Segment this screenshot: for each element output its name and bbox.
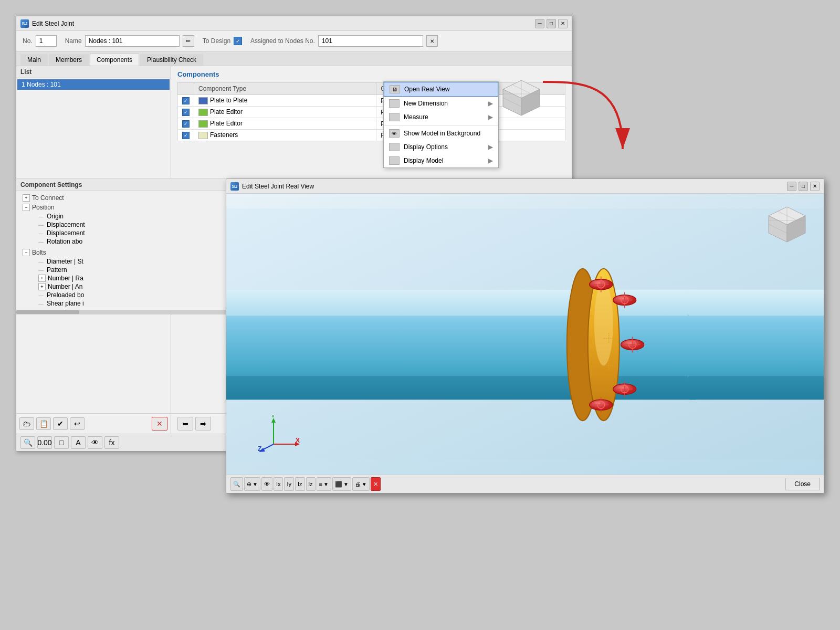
color-indicator bbox=[198, 132, 208, 139]
svg-text:X: X bbox=[296, 437, 300, 444]
bottom-btn-2[interactable]: 0.00 bbox=[37, 436, 52, 449]
rv-btn-eye[interactable]: 👁 bbox=[261, 477, 272, 491]
sidebar-btn-1[interactable]: 🗁 bbox=[19, 417, 34, 430]
ctx-measure-arrow: ▶ bbox=[488, 113, 493, 121]
ctx-display-options[interactable]: Display Options ▶ bbox=[384, 140, 498, 154]
assigned-input[interactable] bbox=[318, 35, 423, 47]
row-check[interactable]: ✓ bbox=[178, 130, 194, 141]
bottom-btn-3[interactable]: □ bbox=[54, 436, 69, 449]
cs-displacement-2: — Displacement bbox=[36, 229, 232, 237]
viewport-3d[interactable]: Y X Z bbox=[226, 194, 824, 475]
table-row[interactable]: ✓ Fasteners Fasteners 1 bbox=[178, 130, 565, 141]
cube-realview-icon[interactable] bbox=[766, 204, 808, 246]
cs-bolts[interactable]: − Bolts bbox=[20, 248, 232, 257]
rv-btn-move[interactable]: ⊕ ▼ bbox=[244, 477, 260, 491]
rv-btn-iz[interactable]: Iz bbox=[295, 477, 305, 491]
cs-bolts-expand[interactable]: − bbox=[23, 249, 30, 256]
bottom-btn-5[interactable]: 👁 bbox=[88, 436, 102, 449]
cs-rotation-label: Rotation abo bbox=[47, 238, 82, 245]
rv-btn-cancel[interactable]: ✕ bbox=[371, 477, 381, 491]
ctx-show-model[interactable]: 👁 Show Model in Background bbox=[384, 127, 498, 140]
ctx-show-model-icon: 👁 bbox=[389, 129, 400, 138]
cs-tree: + To Connect − Position — Origin — Displ… bbox=[16, 191, 236, 310]
list-item[interactable]: 1 Nodes : 101 bbox=[17, 79, 170, 90]
tab-components[interactable]: Components bbox=[90, 54, 139, 66]
tool-btn-2[interactable]: ➡ bbox=[195, 417, 211, 430]
main-title-bar: SJ Edit Steel Joint ─ □ ✕ bbox=[16, 16, 572, 31]
ctx-new-dimension[interactable]: New Dimension ▶ bbox=[384, 97, 498, 110]
no-field: No. bbox=[23, 35, 57, 47]
rv-btn-ix[interactable]: Ix bbox=[274, 477, 284, 491]
tab-plausibility[interactable]: Plausibility Check bbox=[140, 54, 203, 66]
bottom-btn-1[interactable]: 🔍 bbox=[20, 436, 35, 449]
tab-main[interactable]: Main bbox=[20, 54, 48, 66]
form-area: No. Name ✏ To Design ✓ Assigned to Nodes… bbox=[16, 31, 572, 51]
ctx-dimension-arrow: ▶ bbox=[488, 100, 493, 107]
rv-btn-lz[interactable]: lz bbox=[306, 477, 316, 491]
row-check[interactable]: ✓ bbox=[178, 95, 194, 107]
rv-minimize-button[interactable]: ─ bbox=[787, 182, 796, 191]
ctx-dimension-label: New Dimension bbox=[404, 100, 448, 107]
row-check[interactable]: ✓ bbox=[178, 118, 194, 130]
cs-diameter-label: Diameter | St bbox=[47, 258, 83, 265]
rv-btn-search[interactable]: 🔍 bbox=[230, 477, 243, 491]
ctx-display-options-icon bbox=[389, 143, 400, 151]
cs-position-expand[interactable]: − bbox=[23, 204, 30, 211]
col-type: Component Type bbox=[194, 83, 376, 95]
cs-number-ra-expand[interactable]: + bbox=[38, 275, 46, 282]
color-indicator bbox=[198, 97, 208, 104]
svg-point-17 bbox=[594, 282, 613, 366]
bottom-btn-4[interactable]: A bbox=[71, 436, 86, 449]
context-menu: 🖥 Open Real View New Dimension ▶ Measure… bbox=[383, 81, 499, 168]
cs-scrollbar[interactable] bbox=[16, 310, 236, 314]
no-input[interactable] bbox=[36, 35, 57, 47]
cs-rotation: — Rotation abo bbox=[36, 237, 232, 246]
rv-close-bottom-button[interactable]: Close bbox=[785, 478, 820, 490]
ctx-display-model-label: Display Model bbox=[404, 157, 443, 164]
minimize-button[interactable]: ─ bbox=[535, 19, 544, 28]
rv-maximize-button[interactable]: □ bbox=[799, 182, 808, 191]
ctx-measure[interactable]: Measure ▶ bbox=[384, 110, 498, 124]
tab-members[interactable]: Members bbox=[49, 54, 89, 66]
bottom-btn-6[interactable]: fx bbox=[104, 436, 119, 449]
cs-position-children: — Origin — Displacement — Displacement —… bbox=[20, 212, 232, 246]
rv-btn-cube[interactable]: ⬛ ▼ bbox=[332, 477, 351, 491]
cs-shear-label: Shear plane i bbox=[47, 300, 84, 307]
rv-btn-iy[interactable]: Iy bbox=[284, 477, 294, 491]
ctx-measure-icon bbox=[389, 113, 400, 121]
ctx-open-real-view[interactable]: 🖥 Open Real View bbox=[384, 82, 498, 97]
ctx-display-model[interactable]: Display Model ▶ bbox=[384, 154, 498, 167]
row-type: Plate Editor bbox=[194, 118, 376, 130]
name-input[interactable] bbox=[85, 35, 180, 47]
tool-btn-1[interactable]: ⬅ bbox=[177, 417, 193, 430]
maximize-button[interactable]: □ bbox=[547, 19, 556, 28]
row-type: Fasteners bbox=[194, 130, 376, 141]
axes-indicator: Y X Z bbox=[258, 415, 300, 454]
title-bar-left: SJ Edit Steel Joint bbox=[20, 19, 74, 28]
sidebar-btn-2[interactable]: 📋 bbox=[36, 417, 51, 430]
rv-close-button[interactable]: ✕ bbox=[810, 182, 820, 191]
cs-to-connect-expand[interactable]: + bbox=[23, 194, 30, 202]
cs-bolts-label: Bolts bbox=[32, 249, 46, 256]
ctx-real-view-label: Open Real View bbox=[404, 86, 450, 93]
row-check[interactable]: ✓ bbox=[178, 107, 194, 118]
cs-pattern: — Pattern bbox=[36, 266, 232, 274]
cs-position[interactable]: − Position bbox=[20, 203, 232, 212]
sidebar-btn-4[interactable]: ↩ bbox=[70, 417, 85, 430]
cs-number-an-expand[interactable]: + bbox=[38, 283, 46, 290]
rv-btn-layers[interactable]: ≡ ▼ bbox=[317, 477, 331, 491]
close-button[interactable]: ✕ bbox=[558, 19, 568, 28]
assigned-edit-button[interactable]: ✕ bbox=[426, 35, 438, 47]
sidebar-btn-3[interactable]: ✔ bbox=[53, 417, 68, 430]
sidebar-delete-btn[interactable]: ✕ bbox=[152, 417, 167, 430]
components-title: Components bbox=[177, 70, 565, 78]
to-design-checkbox[interactable]: ✓ bbox=[234, 37, 242, 45]
color-indicator bbox=[198, 120, 208, 128]
rv-btn-print[interactable]: 🖨 ▼ bbox=[352, 477, 370, 491]
cs-shear: — Shear plane i bbox=[36, 299, 232, 308]
cs-number-ra-label: Number | Ra bbox=[48, 275, 83, 282]
window-title: Edit Steel Joint bbox=[32, 20, 74, 27]
name-edit-button[interactable]: ✏ bbox=[183, 35, 194, 47]
row-type: Plate to Plate bbox=[194, 95, 376, 107]
cs-to-connect[interactable]: + To Connect bbox=[20, 193, 232, 203]
